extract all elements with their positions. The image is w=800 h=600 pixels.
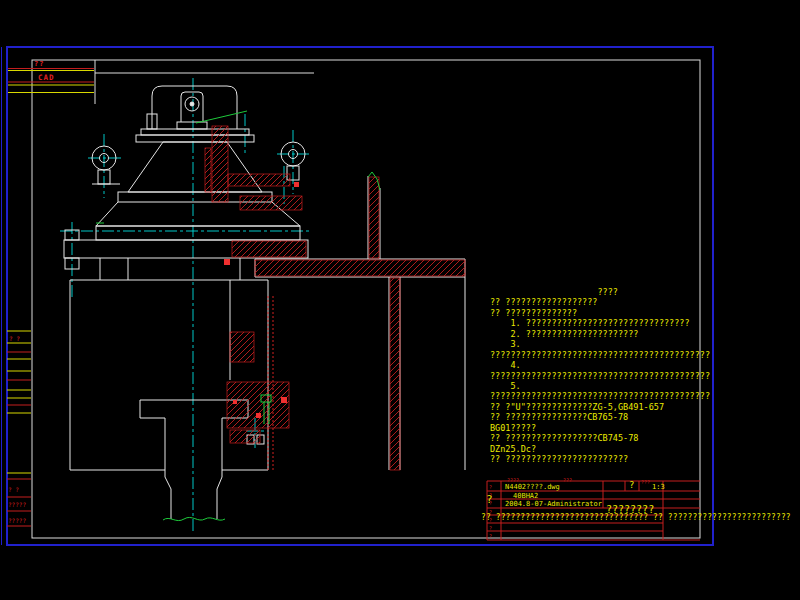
list-item: ????????????????????????????????????????… [490, 350, 735, 360]
titleblock-top-label-2: ??? [563, 477, 572, 483]
corner-cad-label: CAD [38, 74, 55, 82]
machine-outline [64, 86, 465, 519]
sidebar-signature-rows: ? ??????????? [8, 482, 26, 528]
titleblock-top-label-1: ???? [507, 477, 519, 483]
list-item: ? ? [8, 482, 26, 497]
list-item: ???? [490, 287, 735, 297]
list-item: BG01????? [490, 423, 735, 433]
titleblock-scale: 1:3 [652, 484, 665, 491]
list-item: 5. [490, 381, 735, 391]
list-item: ????????????????????????????????????????… [490, 371, 735, 381]
titleblock-overflow-text: ?? ??????????????????????????????? ?? ??… [481, 514, 791, 522]
titleblock-filename: N4402????.dwg [505, 484, 560, 491]
cad-application-window: ?? CAD ? ? ? ??????????? ?????? ????????… [0, 0, 800, 600]
list-item: 2. ?????????????????????? [490, 329, 735, 339]
list-item: ?? ?????????????? [490, 308, 735, 318]
titleblock-mark: ? [629, 481, 634, 490]
list-item: ?? ??????????????????CB745-78 [490, 433, 735, 443]
titleblock-model: 40BHA2 [513, 493, 538, 500]
green-details [96, 111, 380, 521]
titleblock-mini-label: ??? [641, 480, 650, 485]
list-item: ?? ?"U"?????????????ZG-5,GB491-657 [490, 402, 735, 412]
centerlines [60, 78, 312, 534]
list-item: DZn25.Dc? [490, 444, 735, 454]
list-item: ?? ?????????????????? [490, 297, 735, 307]
list-item: ????? [8, 497, 26, 512]
section-hatch [205, 126, 465, 470]
titleblock-origin: 2004.8-07-Administrator [505, 501, 602, 508]
corner-logo-label: ?? [34, 61, 44, 68]
list-item: 4. [490, 360, 735, 370]
list-item: ????? [8, 513, 26, 528]
list-item: 3. [490, 339, 735, 349]
list-item: ????????????????????????????????????????… [490, 391, 735, 401]
list-item: ?? ???????????????????????? [490, 454, 735, 464]
sidebar-revision-mark: ? ? [9, 336, 20, 342]
list-item: 1. ???????????????????????????????? [490, 318, 735, 328]
titleblock-row-labels: ? ? ? ? ? ? ? [489, 483, 492, 540]
list-item: ?? ????????????????CB765-78 [490, 412, 735, 422]
technical-notes: ?????? ???????????????????? ????????????… [490, 287, 735, 464]
